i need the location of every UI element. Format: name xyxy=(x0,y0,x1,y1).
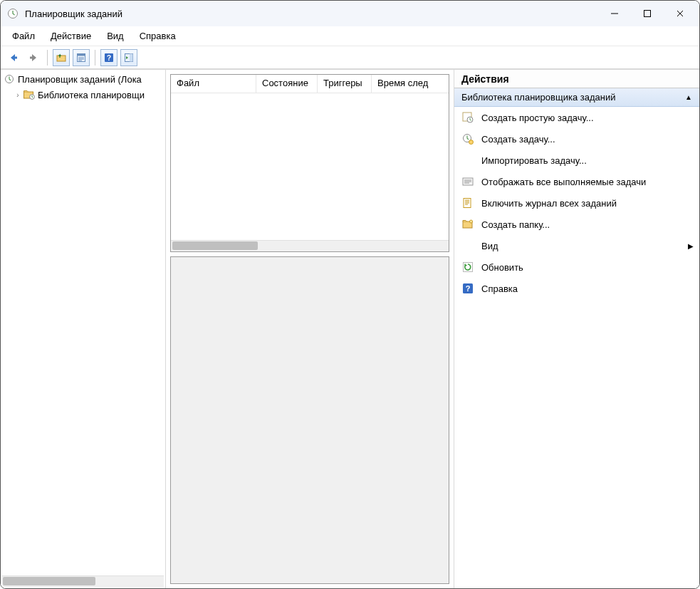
menu-action[interactable]: Действие xyxy=(43,28,98,44)
svg-rect-1 xyxy=(644,11,651,17)
new-folder-icon xyxy=(461,218,474,231)
blank-icon xyxy=(461,239,474,252)
action-label: Создать простую задачу... xyxy=(481,113,694,123)
window-title: Планировщик заданий xyxy=(25,9,122,19)
toolbar: ? xyxy=(1,46,699,69)
svg-rect-3 xyxy=(30,56,33,58)
tree-root-label: Планировщик заданий (Лока xyxy=(18,74,142,85)
action-help[interactable]: ? Справка xyxy=(454,278,699,299)
menu-view[interactable]: Вид xyxy=(100,28,131,44)
actions-panel: Действия Библиотека планировщика заданий… xyxy=(454,70,699,588)
action-label: Создать папку... xyxy=(481,219,694,230)
action-label: Отображать все выполняемые задачи xyxy=(481,177,694,187)
menu-help[interactable]: Справка xyxy=(132,28,183,44)
minimize-button[interactable] xyxy=(598,2,631,25)
column-header-triggers[interactable]: Триггеры xyxy=(318,75,372,93)
action-label: Включить журнал всех заданий xyxy=(481,198,694,209)
action-label: Создать задачу... xyxy=(481,134,694,145)
svg-rect-4 xyxy=(57,56,66,61)
tree-body: Планировщик заданий (Лока › Библиотека п… xyxy=(1,70,165,575)
new-task-icon xyxy=(461,132,474,145)
tree-library-node[interactable]: › Библиотека планировщи xyxy=(1,87,165,103)
collapse-up-icon: ▲ xyxy=(685,93,692,101)
svg-rect-6 xyxy=(78,53,85,56)
action-label: Вид xyxy=(481,241,681,251)
svg-point-21 xyxy=(470,220,473,223)
refresh-icon xyxy=(461,261,474,273)
task-detail-pane xyxy=(170,256,449,584)
toolbar-separator xyxy=(95,50,95,66)
toolbar-separator xyxy=(47,50,48,66)
column-header-next-run[interactable]: Время след xyxy=(372,75,449,93)
action-refresh[interactable]: Обновить xyxy=(454,256,699,278)
action-create-basic-task[interactable]: Создать простую задачу... xyxy=(454,107,699,128)
svg-text:?: ? xyxy=(107,54,111,62)
svg-rect-10 xyxy=(130,53,133,61)
nav-back-button[interactable] xyxy=(5,49,22,66)
action-label: Справка xyxy=(481,283,694,294)
menu-bar: Файл Действие Вид Справка xyxy=(1,26,699,46)
app-window: Планировщик заданий Файл Действие Вид Сп… xyxy=(0,0,700,589)
title-bar: Планировщик заданий xyxy=(1,1,699,26)
running-tasks-icon xyxy=(461,175,474,188)
center-panel: Файл Состояние Триггеры Время след xyxy=(166,70,454,588)
action-label: Импортировать задачу... xyxy=(481,155,694,166)
folder-clock-icon xyxy=(23,89,35,100)
maximize-button[interactable] xyxy=(631,2,664,25)
wizard-clock-icon xyxy=(461,111,474,124)
column-header-state[interactable]: Состояние xyxy=(256,75,318,93)
actions-group-header[interactable]: Библиотека планировщика заданий ▲ xyxy=(454,88,699,107)
action-import-task[interactable]: Импортировать задачу... xyxy=(454,150,699,171)
clock-icon xyxy=(6,7,19,20)
tree-root-node[interactable]: Планировщик заданий (Лока xyxy=(1,71,165,87)
svg-point-17 xyxy=(469,140,474,145)
tree-panel: Планировщик заданий (Лока › Библиотека п… xyxy=(1,70,166,588)
blank-icon xyxy=(461,154,474,167)
tree-library-label: Библиотека планировщи xyxy=(38,90,145,100)
content-area: Планировщик заданий (Лока › Библиотека п… xyxy=(1,69,699,588)
chevron-right-icon: ▶ xyxy=(688,242,694,250)
actions-panel-title: Действия xyxy=(454,70,699,88)
chevron-right-icon[interactable]: › xyxy=(14,91,22,99)
list-horizontal-scrollbar[interactable] xyxy=(171,240,449,251)
tree-horizontal-scrollbar[interactable] xyxy=(2,575,164,587)
menu-file[interactable]: Файл xyxy=(5,28,42,44)
action-enable-history[interactable]: Включить журнал всех заданий xyxy=(454,192,699,214)
action-new-folder[interactable]: Создать папку... xyxy=(454,214,699,235)
actions-group-label: Библиотека планировщика заданий xyxy=(461,92,615,103)
task-list-body[interactable] xyxy=(171,93,449,240)
action-label: Обновить xyxy=(481,262,694,273)
scrollbar-thumb[interactable] xyxy=(3,577,95,585)
nav-forward-button[interactable] xyxy=(25,49,42,66)
action-create-task[interactable]: Создать задачу... xyxy=(454,128,699,150)
svg-text:?: ? xyxy=(466,284,471,293)
column-header-file[interactable]: Файл xyxy=(171,75,256,93)
up-level-button[interactable] xyxy=(53,49,70,66)
task-list: Файл Состояние Триггеры Время след xyxy=(170,74,449,252)
properties-button[interactable] xyxy=(73,49,90,66)
clock-icon xyxy=(4,73,15,85)
help-button[interactable]: ? xyxy=(100,49,117,66)
help-icon: ? xyxy=(461,282,474,295)
svg-rect-2 xyxy=(14,56,17,58)
action-view-submenu[interactable]: Вид ▶ xyxy=(454,235,699,256)
action-show-running[interactable]: Отображать все выполняемые задачи xyxy=(454,171,699,192)
scrollbar-thumb[interactable] xyxy=(172,241,258,250)
show-action-pane-button[interactable] xyxy=(120,49,137,66)
close-button[interactable] xyxy=(664,2,696,25)
task-list-header: Файл Состояние Триггеры Время след xyxy=(171,75,449,93)
history-log-icon xyxy=(461,197,474,209)
